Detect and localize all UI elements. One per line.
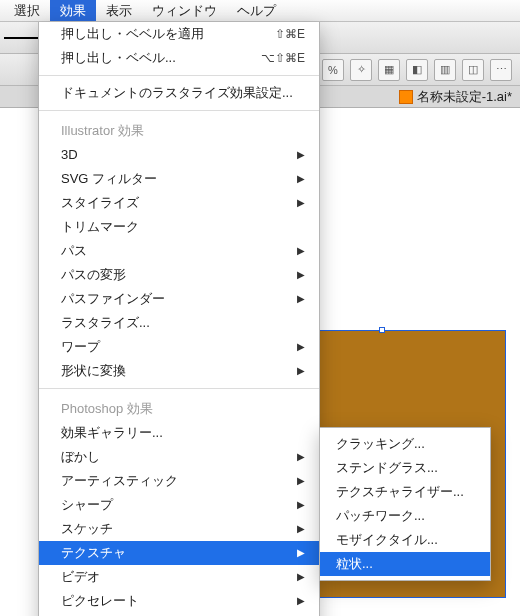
- menuitem-ps-3[interactable]: シャープ▶: [39, 493, 319, 517]
- menuitem-label: ピクセレート: [61, 592, 139, 610]
- menuitem-label: パス: [61, 242, 87, 260]
- menuitem-label: シャープ: [61, 496, 113, 514]
- submenu-arrow-icon: ▶: [297, 568, 305, 586]
- grid-icon[interactable]: ▦: [378, 59, 400, 81]
- menu-select[interactable]: 選択: [4, 0, 50, 21]
- submenu-arrow-icon: ▶: [297, 496, 305, 514]
- wand-icon[interactable]: ✧: [350, 59, 372, 81]
- menuitem-label: ラスタライズ...: [61, 314, 150, 332]
- menu-heading-photoshop: Photoshop 効果: [39, 394, 319, 421]
- menuitem-shortcut: ⇧⌘E: [275, 25, 305, 43]
- menuitem-label: テクスチャ: [61, 544, 126, 562]
- more-icon[interactable]: ⋯: [490, 59, 512, 81]
- menuitem-label: 3D: [61, 146, 78, 164]
- submenu-arrow-icon: ▶: [297, 146, 305, 164]
- menu-separator: [39, 110, 319, 111]
- submenu-arrow-icon: ▶: [297, 362, 305, 380]
- menuitem-label: パスファインダー: [61, 290, 165, 308]
- submenu-item-4[interactable]: モザイクタイル...: [320, 528, 490, 552]
- menuitem-label: 効果ギャラリー...: [61, 424, 163, 442]
- menuitem-label: ビデオ: [61, 568, 100, 586]
- submenu-arrow-icon: ▶: [297, 448, 305, 466]
- submenu-arrow-icon: ▶: [297, 242, 305, 260]
- menuitem-ai-2[interactable]: スタイライズ▶: [39, 191, 319, 215]
- menuitem-ps-6[interactable]: ビデオ▶: [39, 565, 319, 589]
- effect-menu: 押し出し・ベベルを適用 ⇧⌘E 押し出し・ベベル... ⌥⇧⌘E ドキュメントの…: [38, 22, 320, 616]
- menuitem-ai-5[interactable]: パスの変形▶: [39, 263, 319, 287]
- menuitem-label: 押し出し・ベベルを適用: [61, 25, 204, 43]
- menuitem-ps-0[interactable]: 効果ギャラリー...: [39, 421, 319, 445]
- menu-view[interactable]: 表示: [96, 0, 142, 21]
- distribute-icon[interactable]: ▥: [434, 59, 456, 81]
- menuitem-ai-7[interactable]: ラスタライズ...: [39, 311, 319, 335]
- submenu-arrow-icon: ▶: [297, 520, 305, 538]
- ai-file-icon: [399, 90, 413, 104]
- menuitem-label: スタイライズ: [61, 194, 139, 212]
- submenu-item-0[interactable]: クラッキング...: [320, 432, 490, 456]
- menuitem-label: ドキュメントのラスタライズ効果設定...: [61, 84, 293, 102]
- texture-submenu: クラッキング...ステンドグラス...テクスチャライザー...パッチワーク...…: [319, 427, 491, 581]
- menuitem-ps-7[interactable]: ピクセレート▶: [39, 589, 319, 613]
- menuitem-ai-8[interactable]: ワープ▶: [39, 335, 319, 359]
- submenu-arrow-icon: ▶: [297, 544, 305, 562]
- menuitem-ps-2[interactable]: アーティスティック▶: [39, 469, 319, 493]
- submenu-arrow-icon: ▶: [297, 290, 305, 308]
- menubar: 選択 効果 表示 ウィンドウ ヘルプ: [0, 0, 520, 22]
- resize-handle-top[interactable]: [379, 327, 385, 333]
- submenu-arrow-icon: ▶: [297, 170, 305, 188]
- align-icon[interactable]: ◧: [406, 59, 428, 81]
- heading-label: Illustrator 効果: [61, 122, 144, 140]
- submenu-item-5[interactable]: 粒状...: [320, 552, 490, 576]
- menuitem-label: 押し出し・ベベル...: [61, 49, 176, 67]
- menuitem-shortcut: ⌥⇧⌘E: [261, 49, 305, 67]
- submenu-arrow-icon: ▶: [297, 266, 305, 284]
- document-tab[interactable]: 名称未設定-1.ai*: [417, 88, 512, 106]
- menuitem-ai-6[interactable]: パスファインダー▶: [39, 287, 319, 311]
- menuitem-label: ワープ: [61, 338, 100, 356]
- menuitem-label: スケッチ: [61, 520, 113, 538]
- submenu-item-3[interactable]: パッチワーク...: [320, 504, 490, 528]
- menuitem-apply-extrude[interactable]: 押し出し・ベベルを適用 ⇧⌘E: [39, 22, 319, 46]
- menu-heading-illustrator: Illustrator 効果: [39, 116, 319, 143]
- menuitem-label: SVG フィルター: [61, 170, 157, 188]
- submenu-arrow-icon: ▶: [297, 338, 305, 356]
- menuitem-extrude-dialog[interactable]: 押し出し・ベベル... ⌥⇧⌘E: [39, 46, 319, 70]
- menu-help[interactable]: ヘルプ: [227, 0, 286, 21]
- menu-window[interactable]: ウィンドウ: [142, 0, 227, 21]
- transform-icon[interactable]: ◫: [462, 59, 484, 81]
- menuitem-label: ぼかし: [61, 448, 100, 466]
- menuitem-raster-settings[interactable]: ドキュメントのラスタライズ効果設定...: [39, 81, 319, 105]
- submenu-arrow-icon: ▶: [297, 472, 305, 490]
- menuitem-ai-9[interactable]: 形状に変換▶: [39, 359, 319, 383]
- menuitem-ps-4[interactable]: スケッチ▶: [39, 517, 319, 541]
- menuitem-label: 形状に変換: [61, 362, 126, 380]
- menuitem-label: アーティスティック: [61, 472, 178, 490]
- menu-separator: [39, 388, 319, 389]
- stroke-weight-preview: [4, 37, 42, 39]
- submenu-item-2[interactable]: テクスチャライザー...: [320, 480, 490, 504]
- menuitem-ps-1[interactable]: ぼかし▶: [39, 445, 319, 469]
- menuitem-ai-1[interactable]: SVG フィルター▶: [39, 167, 319, 191]
- submenu-arrow-icon: ▶: [297, 194, 305, 212]
- heading-label: Photoshop 効果: [61, 400, 153, 418]
- menuitem-label: トリムマーク: [61, 218, 139, 236]
- percent-icon[interactable]: %: [322, 59, 344, 81]
- menuitem-ps-5[interactable]: テクスチャ▶: [39, 541, 319, 565]
- menuitem-label: パスの変形: [61, 266, 126, 284]
- menu-effect[interactable]: 効果: [50, 0, 96, 21]
- submenu-item-1[interactable]: ステンドグラス...: [320, 456, 490, 480]
- menuitem-ai-3[interactable]: トリムマーク: [39, 215, 319, 239]
- menuitem-ai-4[interactable]: パス▶: [39, 239, 319, 263]
- menu-separator: [39, 75, 319, 76]
- menuitem-ai-0[interactable]: 3D▶: [39, 143, 319, 167]
- submenu-arrow-icon: ▶: [297, 592, 305, 610]
